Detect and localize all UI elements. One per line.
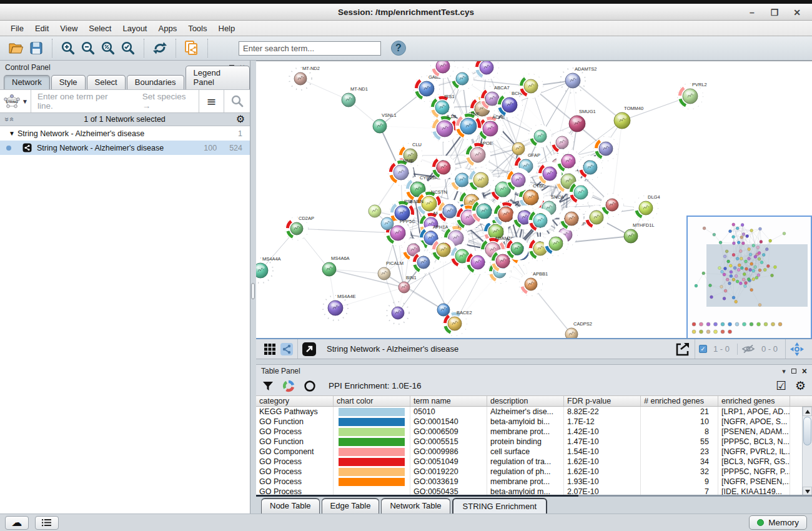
column-header[interactable]: term name (410, 396, 487, 406)
network-node[interactable] (551, 131, 573, 154)
gear-icon[interactable]: ⚙ (795, 380, 806, 392)
maximize-button[interactable]: ❐ (765, 6, 785, 19)
network-node[interactable] (506, 237, 528, 260)
birdseye-graph[interactable] (688, 217, 811, 338)
scrollbar-thumb[interactable] (803, 417, 811, 445)
menu-apps[interactable]: Apps (153, 22, 183, 35)
set-species-hint[interactable]: Set species → (142, 92, 192, 111)
network-node[interactable] (594, 137, 618, 161)
select-terms-checkbox-icon[interactable]: ☑ (776, 380, 786, 392)
network-node[interactable] (381, 217, 394, 230)
network-node[interactable] (529, 125, 552, 147)
column-header[interactable]: FDR p-value (564, 396, 641, 406)
tab-network-table[interactable]: Network Table (381, 498, 450, 514)
menu-view[interactable]: View (54, 22, 83, 35)
network-node-smug1[interactable]: SMUG1 (569, 109, 596, 132)
network-node[interactable] (528, 209, 552, 232)
network-node[interactable] (412, 251, 435, 274)
export-network-icon[interactable] (675, 341, 691, 357)
task-history-button[interactable] (35, 516, 59, 530)
network-node-cadps2[interactable]: CADPS2 (565, 321, 592, 338)
zoom-in-button[interactable] (58, 38, 78, 58)
table-row[interactable]: GO ProcessGO:0051049regulation of tra...… (256, 457, 800, 467)
table-row[interactable]: GO FunctionGO:0001540beta-amyloid bi...1… (256, 417, 800, 427)
refresh-button[interactable] (150, 38, 170, 58)
external-link-icon[interactable] (302, 342, 317, 357)
network-node-pvrl2[interactable]: PVRL2 (678, 82, 707, 109)
network-node[interactable] (475, 61, 498, 79)
close-button[interactable]: ✕ (787, 6, 807, 19)
string-query-input[interactable]: Enter one term per line. Set species → (31, 92, 199, 111)
string-source-dropdown[interactable]: STRING ▼ (0, 90, 31, 112)
menu-tools[interactable]: Tools (182, 22, 212, 35)
network-node[interactable] (512, 142, 525, 155)
network-node-vsnl1[interactable]: VSNL1 (373, 112, 397, 133)
network-node[interactable] (578, 156, 602, 179)
network-node-il1b[interactable]: IL1B (432, 114, 458, 142)
scroll-down-button[interactable] (803, 487, 812, 495)
filter-funnel-icon[interactable] (262, 381, 274, 391)
menu-edit[interactable]: Edit (29, 22, 54, 35)
column-header[interactable]: category (256, 396, 334, 406)
splitter-handle[interactable] (251, 283, 255, 299)
donut-chart-icon[interactable] (282, 380, 295, 392)
enrichment-table[interactable]: KEGG Pathways05010Alzheimer's dise...8.8… (256, 407, 812, 495)
tab-boundaries[interactable]: Boundaries (127, 75, 184, 89)
table-row[interactable]: GO FunctionGO:0005515protein binding1.47… (256, 437, 800, 447)
network-node[interactable] (601, 194, 623, 216)
network-node-ms4a4e[interactable]: MS4A4E (323, 294, 356, 320)
column-header[interactable]: chart color (334, 396, 410, 406)
network-node[interactable] (519, 74, 543, 98)
network-node-mthfd1l[interactable]: MTHFD1L (624, 222, 655, 243)
network-node-adamts2[interactable]: ADAMTS2 (560, 66, 597, 93)
string-search-button[interactable] (224, 90, 250, 112)
save-session-button[interactable] (26, 38, 46, 58)
network-node[interactable] (569, 181, 593, 204)
share-network-icon[interactable] (280, 342, 294, 356)
table-scrollbar[interactable] (802, 407, 812, 495)
circle-chart-icon[interactable] (304, 380, 316, 392)
gear-icon[interactable]: ⚙ (236, 114, 245, 124)
table-row[interactable]: GO ProcessGO:0019220regulation of ph...1… (256, 467, 800, 477)
network-node-mt-nd1[interactable]: MT-ND1 (342, 86, 368, 107)
network-node-dlg4[interactable]: DLG4 (634, 194, 660, 220)
birdseye-overview[interactable] (686, 216, 812, 338)
network-node[interactable] (544, 232, 568, 256)
open-session-button[interactable] (6, 38, 26, 58)
menu-layout[interactable]: Layout (117, 22, 152, 35)
network-row-selected[interactable]: String Network - Alzheimer's disease 100… (0, 141, 250, 155)
tab-network[interactable]: Network (4, 75, 50, 89)
grid-view-icon[interactable] (264, 343, 276, 355)
table-row[interactable]: GO ProcessGO:0006509membrane prot...1.42… (256, 427, 800, 437)
automation-button[interactable]: ☁ (5, 516, 29, 530)
memory-button[interactable]: Memory (749, 515, 807, 530)
network-node-tomm40[interactable]: TOMM40 (614, 106, 643, 129)
table-row[interactable]: GO ProcessGO:0050435beta-amyloid m...2.0… (256, 487, 800, 495)
selected-nodes-checkbox-icon[interactable]: ✓ (699, 345, 707, 353)
column-header[interactable]: description (487, 396, 564, 406)
network-node[interactable] (466, 251, 490, 274)
help-button[interactable]: ? (391, 41, 406, 56)
tab-edge-table[interactable]: Edge Table (322, 498, 380, 514)
network-node-tnf[interactable]: TNF (455, 111, 482, 139)
tab-select[interactable]: Select (87, 75, 126, 89)
network-node[interactable] (431, 61, 455, 78)
network-from-file-button[interactable] (182, 38, 202, 58)
hidden-eye-icon[interactable] (741, 344, 755, 354)
tab-style[interactable]: Style (51, 75, 86, 89)
scroll-up-button[interactable] (803, 407, 812, 416)
search-input[interactable] (239, 41, 381, 56)
panel-close-icon[interactable]: × (802, 369, 807, 374)
menu-file[interactable]: File (5, 22, 29, 35)
network-node[interactable] (472, 199, 497, 224)
panel-menu-icon[interactable]: ▾ (782, 367, 786, 375)
collapse-all-icon[interactable]: » (7, 117, 16, 122)
table-row[interactable]: GO ComponentGO:0009986cell surface1.54E-… (256, 447, 800, 457)
network-node-apbb1[interactable]: APBB1 (520, 271, 548, 295)
panel-float-icon[interactable] (791, 369, 796, 374)
menu-help[interactable]: Help (213, 22, 241, 35)
zoom-fit-button[interactable] (98, 38, 118, 58)
table-row[interactable]: GO ProcessGO:0033619membrane prot...1.93… (256, 477, 800, 487)
tab-node-table[interactable]: Node Table (261, 498, 320, 514)
navigator-crosshair-icon[interactable] (790, 342, 805, 357)
